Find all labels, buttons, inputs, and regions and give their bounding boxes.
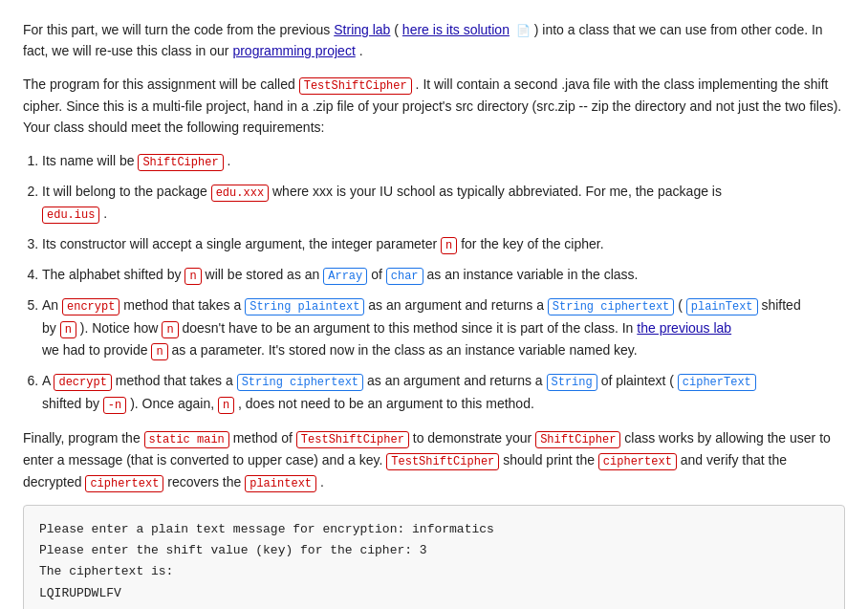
list-item-1: Its name will be ShiftCipher . [42,150,845,173]
final-text-h: . [320,474,324,489]
static-main-code: static main [144,431,229,448]
final-text-g: recovers the [167,474,245,489]
final-text-e: should print the [503,452,598,468]
code-block-line: Please enter a plain text message for en… [39,519,829,540]
shiftcipher-code-final: ShiftCipher [535,431,620,448]
ciphertext-code-6: cipherText [678,374,756,391]
ciphertext-code-final: ciphertext [598,453,677,470]
plaintext-code-final: plaintext [245,475,316,492]
code-block-line: LQIRUPDWLFV [39,583,829,604]
intro-text-1b: ) [534,22,539,37]
string-ciphertext-code-6: String ciphertext [237,374,363,391]
intro-paragraph-1: For this part, we will turn the code fro… [23,19,845,62]
code-block-line: The ciphertext is: [39,561,829,582]
string-plaintext-code: String plaintext [245,298,364,315]
list-item-6: A decrypt method that takes a String cip… [42,370,845,416]
prev-lab-link[interactable]: the previous lab [637,320,731,336]
list-item-5: An encrypt method that takes a String pl… [42,294,845,362]
string-code-6: String [547,374,597,391]
char-code: char [386,268,423,285]
testshiftcipher-code3: TestShiftCipher [386,453,499,470]
n-code-3: n [441,237,457,254]
n-code-5: n [60,321,76,338]
ciphertext-code-final2: ciphertext [85,475,163,492]
plaintext-code-5: plainText [686,298,758,315]
edu-xxx-code: edu.xxx [211,185,269,202]
intro-text-1a: For this part, we will turn the code fro… [23,22,334,37]
list-item-4: The alphabet shifted by n will be stored… [42,264,845,287]
string-lab-link[interactable]: String lab [334,22,390,37]
encrypt-code: encrypt [62,298,119,315]
string-ciphertext-code-5: String ciphertext [548,298,674,315]
code-block-line: Please enter the shift value (key) for t… [39,540,829,561]
final-text-c: to demonstrate your [413,430,535,446]
n-code-5c: n [151,343,167,360]
final-text-a: Finally, program the [23,430,144,446]
testshiftcipher-code2: TestShiftCipher [296,431,409,448]
n-code-6: n [218,397,234,414]
final-text-b: method of [233,430,296,446]
testshiftcipher-inline: TestShiftCipher [299,77,412,95]
n-code-5b: n [162,321,178,338]
shiftcipher-code-1: ShiftCipher [138,154,223,171]
solution-icon: 📄 [516,24,531,37]
intro-text-2a: The program for this assignment will be … [23,76,299,92]
list-item-2: It will belong to the package edu.xxx wh… [42,181,845,227]
intro-text-1-paren: ( [394,22,399,37]
final-paragraph: Finally, program the static main method … [23,427,845,494]
edu-ius-code: edu.ius [42,207,99,224]
decrypt-code: decrypt [54,374,111,391]
intro-text-1d: . [359,43,363,58]
code-block: Please enter a plain text message for en… [23,505,845,609]
requirements-list: Its name will be ShiftCipher . It will b… [23,150,845,416]
solution-link[interactable]: here is its solution [402,22,510,37]
list-item-3: Its constructor will accept a single arg… [42,233,845,256]
programming-project-link[interactable]: programming project [232,43,355,58]
array-code: Array [323,268,367,285]
code-block-line: To verify, the decrypted encrypted text … [39,604,829,609]
neg-n-code-6: -n [103,397,126,414]
n-code-4: n [184,268,201,285]
intro-paragraph-2: The program for this assignment will be … [23,74,845,139]
